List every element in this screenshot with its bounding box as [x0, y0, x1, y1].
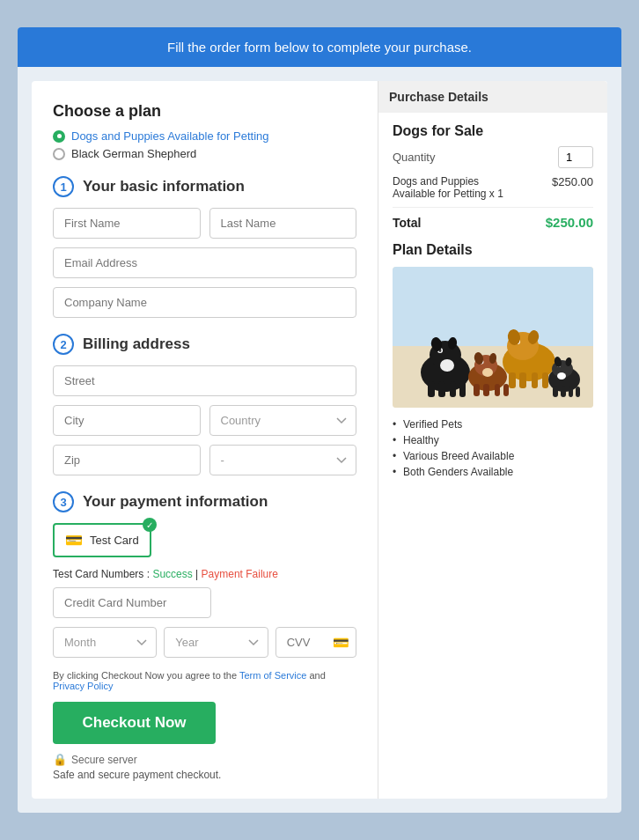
checkout-button[interactable]: Checkout Now [53, 702, 216, 744]
terms-text: By clicking Checkout Now you agree to th… [53, 670, 356, 691]
svg-rect-43 [569, 387, 573, 397]
feature-2: Healthy [393, 434, 593, 446]
first-name-input[interactable] [53, 208, 201, 239]
last-name-input[interactable] [209, 208, 357, 239]
section-basic-info-header: 1 Your basic information [53, 176, 356, 197]
name-row [53, 208, 356, 239]
plan-option-dogs[interactable]: Dogs and Puppies Available for Petting [53, 129, 356, 143]
svg-rect-10 [428, 381, 435, 397]
section-number-3: 3 [53, 491, 74, 512]
secure-info: 🔒 Secure server [53, 753, 356, 766]
quantity-label: Quantity [393, 151, 435, 164]
cc-number-row [53, 587, 356, 618]
country-select[interactable]: Country [209, 405, 357, 436]
cc-number-input[interactable] [53, 587, 211, 618]
cvv-card-icon: 💳 [333, 635, 349, 651]
quantity-row: Quantity [393, 146, 593, 168]
svg-rect-23 [542, 372, 548, 388]
svg-rect-31 [474, 384, 480, 396]
banner-text: Fill the order form below to complete yo… [167, 40, 472, 55]
street-row [53, 365, 356, 396]
section-billing-header: 2 Billing address [53, 334, 356, 355]
payment-method-box[interactable]: 💳 Test Card ✓ [53, 523, 151, 557]
section-number-1: 1 [53, 176, 74, 197]
terms-middle: and [309, 670, 325, 681]
page-wrapper: Fill the order form below to complete yo… [18, 27, 621, 813]
total-price: $250.00 [546, 215, 593, 230]
plan-option-dogs-label: Dogs and Puppies Available for Petting [71, 129, 269, 143]
choose-plan-title: Choose a plan [53, 102, 356, 121]
company-input[interactable] [53, 287, 356, 318]
svg-rect-34 [503, 384, 509, 396]
section-title-payment: Your payment information [83, 493, 268, 511]
privacy-link[interactable]: Privacy Policy [53, 681, 113, 691]
check-badge-icon: ✓ [143, 518, 157, 532]
svg-rect-11 [438, 381, 445, 397]
plan-details-title: Plan Details [393, 242, 593, 258]
quantity-input[interactable] [558, 146, 593, 168]
payment-method-label: Test Card [90, 534, 139, 547]
dog-image [393, 267, 593, 408]
city-input[interactable] [53, 405, 201, 436]
cvv-wrapper: 💳 [275, 627, 356, 658]
section-number-2: 2 [53, 334, 74, 355]
section-payment-header: 3 Your payment information [53, 491, 356, 512]
total-row: Total $250.00 [393, 215, 593, 230]
test-card-text: Test Card Numbers : Success | Payment Fa… [53, 568, 356, 580]
city-country-row: Country [53, 405, 356, 436]
zip-state-row: - [53, 445, 356, 475]
dogs-for-sale-title: Dogs for Sale [393, 123, 593, 139]
radio-circle-icon [53, 148, 65, 160]
feature-4: Both Genders Available [393, 466, 593, 478]
total-label: Total [393, 216, 421, 230]
feature-3: Various Breed Available [393, 450, 593, 462]
month-select[interactable]: Month 01020304 05060708 09101112 [53, 627, 157, 658]
product-name: Dogs and Puppies Available for Petting x… [393, 175, 516, 200]
right-panel: Purchase Details Dogs for Sale Quantity … [378, 81, 607, 799]
state-select[interactable]: - [209, 445, 357, 475]
expire-row: Month 01020304 05060708 09101112 Year 20… [53, 627, 356, 658]
svg-rect-12 [450, 381, 456, 397]
top-banner: Fill the order form below to complete yo… [18, 27, 621, 67]
svg-rect-44 [576, 387, 580, 397]
svg-point-9 [440, 359, 454, 372]
svg-rect-1 [393, 267, 593, 346]
feature-1: Verified Pets [393, 418, 593, 431]
svg-rect-20 [509, 372, 516, 388]
success-link[interactable]: Success [152, 568, 192, 580]
green-dot-icon [53, 130, 65, 143]
svg-rect-21 [519, 372, 526, 388]
purchase-details-header: Purchase Details [378, 81, 607, 113]
failure-link[interactable]: Payment Failure [202, 568, 278, 580]
svg-rect-42 [561, 387, 566, 397]
plan-option-shepherd[interactable]: Black German Shepherd [53, 147, 356, 160]
tos-link[interactable]: Term of Service [239, 670, 306, 681]
main-content: Choose a plan Dogs and Puppies Available… [32, 81, 607, 799]
svg-point-30 [482, 368, 493, 377]
lock-icon: 🔒 [53, 753, 67, 766]
test-card-prefix: Test Card Numbers : [53, 568, 150, 580]
year-select[interactable]: Year 2024202520262027 [164, 627, 268, 658]
zip-input[interactable] [53, 445, 201, 475]
svg-rect-22 [532, 372, 538, 388]
section-title-basic-info: Your basic information [83, 178, 245, 195]
email-input[interactable] [53, 247, 356, 278]
left-panel: Choose a plan Dogs and Puppies Available… [32, 81, 378, 799]
checkout-button-label: Checkout Now [82, 714, 186, 731]
street-input[interactable] [53, 365, 356, 396]
svg-rect-13 [459, 381, 466, 397]
svg-point-38 [557, 372, 566, 379]
company-row [53, 287, 356, 318]
svg-rect-33 [495, 384, 500, 396]
product-row: Dogs and Puppies Available for Petting x… [393, 175, 593, 208]
safe-text: Safe and secure payment checkout. [53, 769, 356, 781]
credit-card-icon: 💳 [65, 532, 83, 549]
plan-features-list: Verified Pets Healthy Various Breed Avai… [393, 418, 593, 478]
svg-rect-32 [483, 384, 489, 396]
section-title-billing: Billing address [83, 335, 190, 353]
secure-server-text: Secure server [71, 754, 137, 766]
terms-before: By clicking Checkout Now you agree to th… [53, 670, 239, 681]
email-row [53, 247, 356, 278]
product-price: $250.00 [552, 175, 593, 200]
svg-rect-41 [553, 387, 558, 397]
